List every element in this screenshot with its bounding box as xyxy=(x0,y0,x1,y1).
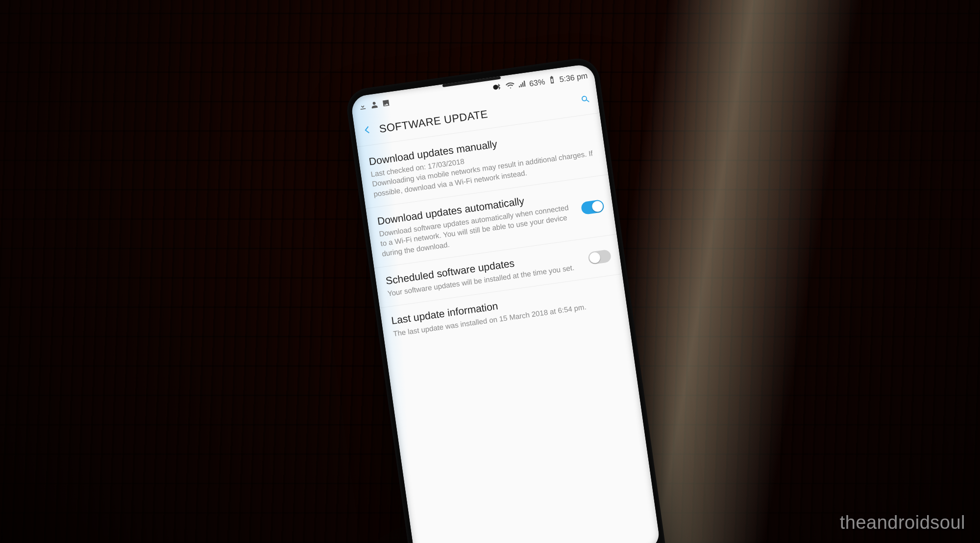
signal-icon xyxy=(517,79,527,91)
download-icon xyxy=(358,101,368,114)
watermark-text: theandroidsoul xyxy=(840,512,965,533)
battery-icon xyxy=(547,75,557,87)
toggle-scheduled[interactable] xyxy=(588,249,612,264)
back-icon[interactable] xyxy=(361,124,373,138)
wifi-icon xyxy=(505,81,515,93)
image-icon xyxy=(381,98,392,110)
toggle-auto-download[interactable] xyxy=(581,199,605,215)
search-icon[interactable] xyxy=(579,93,591,107)
account-icon xyxy=(369,99,380,112)
battery-percent: 63% xyxy=(529,77,545,88)
status-clock: 5:36 pm xyxy=(559,71,588,84)
